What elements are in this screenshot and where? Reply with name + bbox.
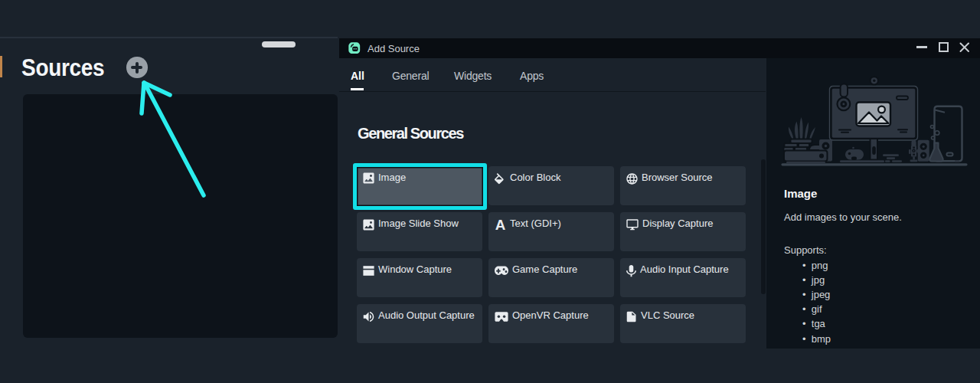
svg-text:A: A — [495, 219, 506, 231]
